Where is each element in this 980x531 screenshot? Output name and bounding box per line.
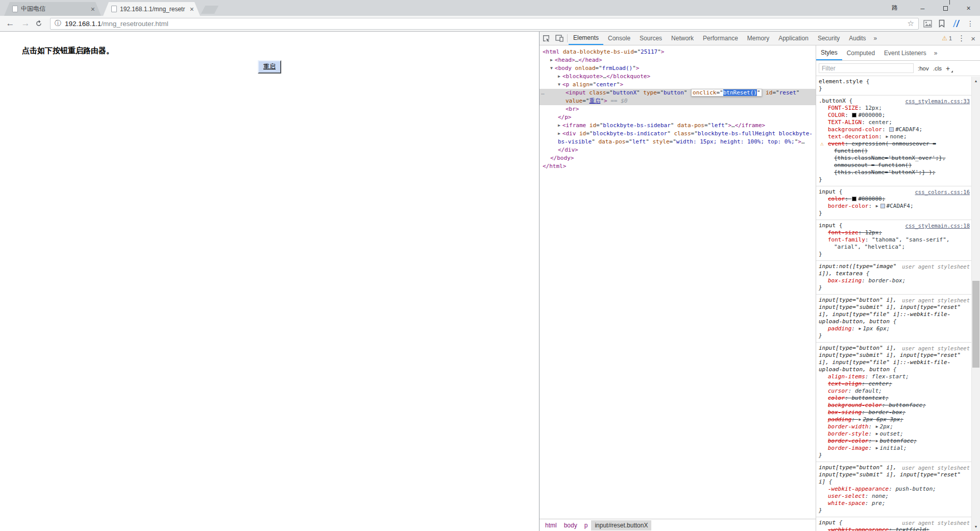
dom-node[interactable]: </div> [540,146,816,154]
scrollbar-up-icon[interactable]: ▲ [972,77,980,85]
rule-selector[interactable]: user agent stylesheetinput:not([type="im… [819,263,970,277]
css-property--webkit-appearance[interactable]: -webkit-appearance: textfield; [819,526,970,531]
devtools-tab-sources[interactable]: Sources [635,32,667,45]
breadcrumb-input-reset-buttonX[interactable]: input#reset.buttonX [591,520,651,530]
back-button[interactable]: ← [4,17,16,30]
reload-button[interactable] [35,19,47,28]
reset-router-button[interactable]: 重启 [258,60,281,74]
css-property-color[interactable]: color: buttontext; [819,395,970,402]
devtools-close-icon[interactable]: × [971,34,975,43]
browser-menu-icon[interactable]: ⋮ [965,18,976,29]
dom-node[interactable]: </p> [540,113,816,122]
devtools-tab-performance[interactable]: Performance [698,32,743,45]
dom-node[interactable]: ▶<iframe id="blockbyte-bs-sidebar" data-… [540,122,816,130]
css-property-font-family[interactable]: font-family: "tahoma", "sans-serif", "ar… [819,236,970,251]
rule-selector[interactable]: user agent stylesheetinput[type="button"… [819,464,970,486]
inspect-element-icon[interactable] [540,32,553,45]
new-tab-button[interactable] [201,6,219,14]
sidebar-tab-computed[interactable]: Computed [842,45,879,60]
scrollbar-down-icon[interactable]: ▼ [972,522,980,531]
bookmark-extension-icon[interactable] [936,18,947,29]
css-property-event[interactable]: ⚠event: expression( onmouseover = functi… [819,140,970,176]
dom-node[interactable]: <html data-blockbyte-bs-uid="25117"> [540,48,816,56]
css-property-padding[interactable]: padding: ▶2px 6px 3px; [819,416,970,423]
css-property-border-image[interactable]: border-image: ▶initial; [819,445,970,452]
rule-selector[interactable]: user agent stylesheetinput[type="button"… [819,345,970,373]
expand-value-icon[interactable]: ▶ [876,430,878,438]
css-property-box-sizing[interactable]: box-sizing: border-box; [819,277,970,284]
expand-value-icon[interactable]: ▶ [876,438,878,445]
rule-selector[interactable]: element.style { [819,78,970,85]
dom-node[interactable]: <br> [540,105,816,113]
color-swatch[interactable] [889,127,894,132]
browser-tab-2[interactable]: 192.168.1.1/mng_resetr × [103,2,200,16]
sidebar-more-chevron-icon[interactable]: » [931,45,941,60]
rule-selector[interactable]: user agent stylesheetinput[type="button"… [819,297,970,325]
css-property--webkit-appearance[interactable]: -webkit-appearance: push-button; [819,486,970,493]
css-property-text-decoration[interactable]: text-decoration: ▶none; [819,133,970,140]
devtools-tab-console[interactable]: Console [603,32,635,45]
dom-node[interactable]: ▶<blockquote>…</blockquote> [540,73,816,81]
node-options-ellipsis[interactable]: … [541,89,545,97]
dom-node[interactable]: ▶<head>…</head> [540,56,816,64]
css-property-box-sizing[interactable]: box-sizing: border-box; [819,409,970,416]
bookmark-star-icon[interactable]: ☆ [908,19,914,28]
breadcrumb-html[interactable]: html [542,520,560,530]
stylesheet-link[interactable]: css_stylemain.css:18 [905,222,970,229]
more-tabs-chevron-icon[interactable]: » [871,32,880,45]
devtools-tab-application[interactable]: Application [774,32,813,45]
css-property-border-color[interactable]: border-color: ▶#CADAF4; [819,203,970,210]
scrollbar-thumb[interactable] [972,281,979,368]
css-property-text-align[interactable]: text-align: center; [819,380,970,388]
css-property-border-width[interactable]: border-width: ▶2px; [819,423,970,430]
devtools-menu-icon[interactable]: ⋮ [958,34,965,43]
stylesheet-link[interactable]: css_colors.css:16 [915,188,970,196]
sidebar-tab-styles[interactable]: Styles [816,45,842,60]
expand-value-icon[interactable]: ▶ [859,325,862,332]
css-property-color[interactable]: color: #000000; [819,196,970,203]
css-property-background-color[interactable]: background-color: #CADAF4; [819,126,970,133]
screenshot-extension-icon[interactable] [922,18,933,29]
css-property-background-color[interactable]: background-color: buttonface; [819,402,970,409]
css-property-user-select[interactable]: user-select: none; [819,493,970,500]
css-property-text-align[interactable]: TEXT-ALIGN: center; [819,119,970,126]
css-property-color[interactable]: COLOR: #000000; [819,112,970,119]
dom-node[interactable]: ▼<body onload="frmLoad()"> [540,64,816,73]
color-swatch[interactable] [880,204,885,208]
lambda-extension-icon[interactable] [950,18,962,29]
devtools-tab-network[interactable]: Network [667,32,698,45]
css-property-font-size[interactable]: FONT-SIZE: 12px; [819,105,970,112]
rule-selector[interactable]: user agent stylesheetinput { [819,519,970,526]
dom-node[interactable]: ▼<p align="center"> [540,81,816,89]
styles-scrollbar[interactable]: ▲ ▼ [971,77,980,531]
devtools-tab-elements[interactable]: Elements [569,32,603,45]
window-close-button[interactable]: × [957,0,980,16]
expand-value-icon[interactable]: ▶ [886,133,889,140]
console-warning-badge[interactable]: ⚠ 1 [942,35,952,42]
color-swatch[interactable] [852,113,856,117]
sidebar-tab-event-listeners[interactable]: Event Listeners [879,45,931,60]
css-property-border-style[interactable]: border-style: ▶outset; [819,430,970,438]
page-info-icon[interactable]: ⓘ [55,19,61,28]
css-property-font-size[interactable]: font-size: 12px; [819,229,970,236]
dom-node[interactable]: </html> [540,162,816,171]
toggle-class[interactable]: .cls [933,65,942,71]
css-property-border-color[interactable]: border-color: ▶buttonface; [819,438,970,445]
rule-selector[interactable]: css_stylemain.css:33.buttonX { [819,98,970,105]
browser-tab-1[interactable]: 中国电信 × [4,2,101,16]
expand-value-icon[interactable]: ▶ [876,203,878,210]
profile-badge[interactable]: 路 [892,4,898,12]
stylesheet-link[interactable]: css_stylemain.css:33 [905,98,970,105]
expand-value-icon[interactable]: ▶ [859,416,862,423]
tab-close-icon[interactable]: × [90,6,96,13]
dom-node[interactable]: </body> [540,154,816,162]
expand-value-icon[interactable]: ▶ [876,423,878,430]
new-style-rule-button[interactable]: + [946,64,953,73]
breadcrumb-body[interactable]: body [560,520,581,530]
minimize-button[interactable]: – [911,0,934,16]
toggle-hover-state[interactable]: :hov [918,65,929,71]
devtools-tab-security[interactable]: Security [813,32,844,45]
rule-selector[interactable]: css_colors.css:16input { [819,188,970,196]
css-property-align-items[interactable]: align-items: flex-start; [819,373,970,380]
expand-value-icon[interactable]: ▶ [876,445,878,452]
